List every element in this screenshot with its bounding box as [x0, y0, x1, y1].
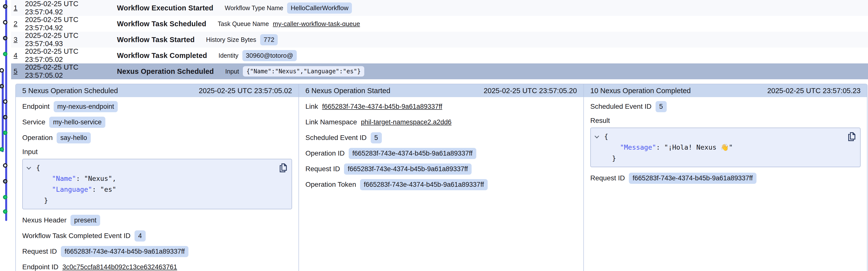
json-brace: {	[604, 133, 608, 140]
task-queue-link[interactable]: my-caller-workflow-task-queue	[273, 20, 360, 28]
json-key: "Message"	[620, 143, 656, 151]
event-id-link[interactable]: 4	[13, 52, 25, 59]
field-endpoint: Endpoint my-nexus-endpoint	[22, 101, 292, 112]
event-status-dot	[3, 163, 7, 168]
event-row-3[interactable]: 3 2025-02-25 UTC 23:57:04.93 Workflow Ta…	[11, 32, 868, 48]
field-label: Scheduled Event ID	[305, 134, 367, 142]
field-nexus-header: Nexus Header present	[22, 215, 292, 226]
event-status-dot	[3, 209, 7, 214]
copy-icon[interactable]	[847, 132, 856, 142]
event-row-2[interactable]: 2 2025-02-25 UTC 23:57:04.92 Workflow Ta…	[11, 16, 868, 32]
event-row-5-selected[interactable]: 5 2025-02-25 UTC 23:57:05.02 Nexus Opera…	[11, 63, 868, 79]
json-colon: :	[656, 143, 664, 151]
event-row-1[interactable]: 1 2025-02-25 UTC 23:57:04.92 Workflow Ex…	[11, 0, 868, 16]
panel-title: 5 Nexus Operation Scheduled	[22, 87, 118, 95]
event-status-dot	[3, 52, 7, 56]
service-badge: my-hello-service	[49, 117, 105, 128]
event-name: Workflow Task Completed	[117, 52, 207, 60]
link-uuid-link[interactable]: f665283f-743e-4374-b45b-9a61a89337ff	[322, 103, 442, 110]
field-label: Request ID	[22, 247, 57, 255]
field-label: Request ID	[590, 174, 625, 182]
event-attr-label: Identity	[218, 52, 238, 59]
event-name: Nexus Operation Scheduled	[117, 67, 214, 76]
event-name: Workflow Task Scheduled	[117, 20, 206, 28]
event-id-link[interactable]: 1	[13, 4, 25, 12]
timeline-branch-line	[2, 71, 4, 152]
timeline-main-line	[5, 0, 7, 221]
link-namespace-link[interactable]: phil-target-namespace2.a2dd6	[361, 118, 452, 126]
field-operation-token: Operation Token f665283f-743e-4374-b45b-…	[305, 179, 577, 190]
field-scheduled-event-id: Scheduled Event ID 5	[590, 101, 861, 112]
result-section-label: Result	[590, 117, 861, 125]
operation-id-badge: f665283f-743e-4374-b45b-9a61a89337ff	[349, 148, 476, 159]
scheduled-event-id-badge: 5	[656, 101, 667, 112]
wtc-event-id-badge: 4	[134, 231, 146, 242]
field-operation-id: Operation ID f665283f-743e-4374-b45b-9a6…	[305, 148, 577, 159]
field-label: Operation ID	[305, 150, 345, 157]
field-wtc-event-id: Workflow Task Completed Event ID 4	[22, 231, 292, 241]
collapse-chevron-icon[interactable]	[27, 165, 31, 169]
event-status-dot	[3, 36, 7, 40]
panel-timestamp: 2025-02-25 UTC 23:57:05.20	[484, 87, 577, 95]
event-id-link[interactable]: 2	[13, 20, 25, 28]
event-attr-label: Task Queue Name	[218, 20, 269, 27]
event-status-dot	[3, 179, 7, 184]
field-label: Operation Token	[305, 181, 356, 189]
event-row-4[interactable]: 4 2025-02-25 UTC 23:57:05.02 Workflow Ta…	[11, 48, 868, 63]
event-timestamp: 2025-02-25 UTC 23:57:04.93	[25, 31, 117, 48]
field-request-id: Request ID f665283f-743e-4374-b45b-9a61a…	[22, 246, 292, 257]
json-line: }	[36, 195, 277, 206]
endpoint-id-link[interactable]: 3c0c75ccfa8144b092c13ce632463761	[62, 263, 177, 271]
panel-header: 10 Nexus Operation Completed 2025-02-25 …	[584, 84, 867, 97]
json-viewer-input: { "Name": "Nexus", "Language": "es" }	[22, 159, 292, 209]
field-service: Service my-hello-service	[22, 117, 292, 128]
field-endpoint-id: Endpoint ID 3c0c75ccfa8144b092c13ce63246…	[22, 262, 292, 271]
operation-badge: say-hello	[57, 132, 91, 143]
event-attr-label: History Size Bytes	[206, 36, 256, 43]
field-label: Operation	[22, 134, 53, 142]
event-attr-label: Workflow Type Name	[225, 4, 283, 11]
event-attr-badge: 30960@totoro@	[242, 50, 297, 61]
request-id-badge: f665283f-743e-4374-b45b-9a61a89337ff	[629, 173, 756, 184]
request-id-badge: f665283f-743e-4374-b45b-9a61a89337ff	[344, 163, 472, 174]
json-line: {	[604, 131, 845, 142]
json-value: "es"	[100, 186, 116, 193]
event-status-dot	[3, 99, 7, 104]
field-label: Link	[305, 103, 318, 110]
field-link: Link f665283f-743e-4374-b45b-9a61a89337f…	[305, 101, 577, 112]
collapse-chevron-icon[interactable]	[594, 134, 599, 138]
json-line: {	[36, 162, 277, 173]
field-label: Nexus Header	[22, 216, 66, 224]
event-detail-group: 5 Nexus Operation Scheduled 2025-02-25 U…	[16, 84, 868, 271]
json-line: "Language": "es"	[36, 184, 277, 195]
json-colon: :	[92, 186, 100, 193]
field-request-id: Request ID f665283f-743e-4374-b45b-9a61a…	[305, 163, 577, 174]
json-line: "Message": "¡Hola! Nexus 👋"	[604, 142, 845, 153]
json-viewer-result: { "Message": "¡Hola! Nexus 👋" }	[590, 128, 861, 167]
panel-title: 6 Nexus Operation Started	[305, 87, 390, 95]
event-id-link[interactable]: 5	[13, 67, 25, 75]
endpoint-badge: my-nexus-endpoint	[54, 101, 118, 112]
field-scheduled-event-id: Scheduled Event ID 5	[305, 132, 577, 143]
scheduled-event-id-badge: 5	[371, 132, 382, 143]
event-id-link[interactable]: 3	[13, 36, 25, 44]
event-name: Workflow Task Started	[117, 36, 195, 44]
event-status-dot	[3, 20, 7, 25]
json-key: "Language"	[52, 186, 92, 193]
field-label: Workflow Task Completed Event ID	[22, 232, 131, 240]
json-line: }	[604, 153, 845, 164]
field-link-namespace: Link Namespace phil-target-namespace2.a2…	[305, 117, 577, 128]
field-label: Request ID	[305, 165, 340, 173]
nexus-header-badge: present	[70, 215, 100, 226]
json-key: "Name"	[52, 174, 76, 182]
event-timestamp: 2025-02-25 UTC 23:57:04.92	[25, 0, 117, 16]
panel-nexus-operation-completed: 10 Nexus Operation Completed 2025-02-25 …	[583, 84, 867, 271]
event-timestamp: 2025-02-25 UTC 23:57:05.02	[25, 47, 117, 64]
input-section-label: Input	[22, 148, 292, 156]
json-value: "¡Hola! Nexus 👋"	[664, 143, 733, 151]
event-timestamp: 2025-02-25 UTC 23:57:05.02	[25, 63, 117, 80]
event-status-dot	[3, 195, 7, 199]
panel-timestamp: 2025-02-25 UTC 23:57:05.02	[199, 87, 292, 95]
copy-icon[interactable]	[279, 163, 288, 173]
panel-nexus-operation-started: 6 Nexus Operation Started 2025-02-25 UTC…	[299, 84, 583, 271]
